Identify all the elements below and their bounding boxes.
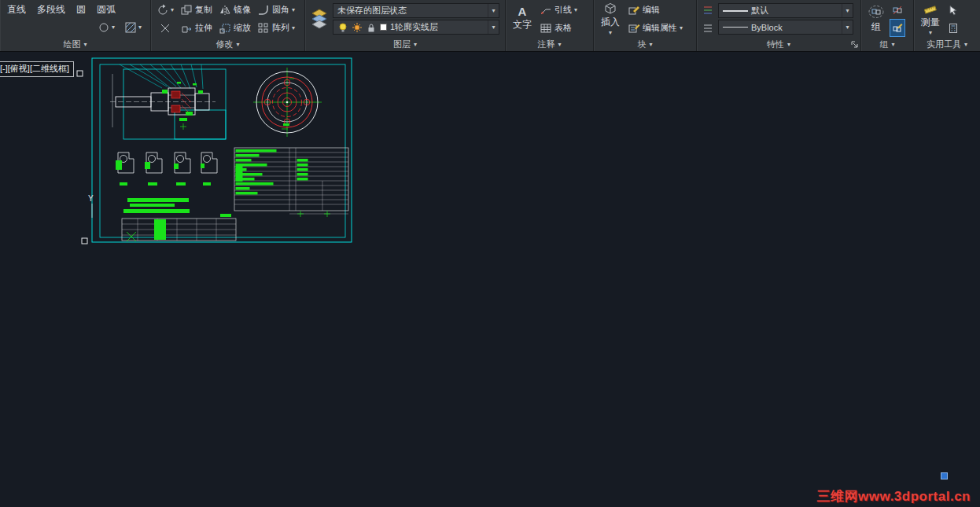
panel-expand-icon: ▾ (83, 42, 87, 48)
panel-expand-icon: ▾ (649, 42, 652, 48)
panel-utilities: 测量 ▾ 实用工具 ▾ (914, 0, 980, 51)
fillet-button[interactable]: 圆角 ▾ (256, 2, 297, 18)
model-space[interactable]: [-][俯视][二维线框] (0, 52, 980, 507)
panel-layers: 未保存的图层状态 ▾ 1轮廓实线层 ▾ 图层 ▾ (305, 0, 506, 51)
edit-block-label: 编辑 (643, 4, 660, 16)
dialog-launcher-icon[interactable] (851, 41, 858, 48)
insert-label: 插入 (601, 16, 620, 29)
table-button[interactable]: 表格 (538, 20, 579, 36)
fillet-icon (257, 4, 270, 17)
dropdown-arrow-icon: ▾ (574, 7, 577, 13)
mirror-icon (219, 4, 231, 17)
leader-lines[interactable] (120, 64, 203, 89)
properties-list-button[interactable] (701, 20, 715, 36)
panel-title-modify[interactable]: 修改 ▾ (151, 38, 304, 51)
array-button[interactable]: 阵列 ▾ (256, 20, 297, 36)
circle-button[interactable]: 圆 (75, 2, 87, 17)
edit-attribute-label: 编辑属性 (643, 22, 677, 34)
panel-title-annotate[interactable]: 注释 ▾ (506, 38, 593, 51)
dropdown-arrow-icon: ▾ (171, 7, 174, 13)
edit-attribute-icon (628, 22, 640, 35)
leader-button[interactable]: 引线 ▾ (538, 2, 579, 18)
panel-title-draw[interactable]: 绘图 ▾ (0, 38, 150, 51)
ucs-y-label: Y (88, 194, 94, 203)
text-icon: A (518, 6, 527, 17)
panel-title-block[interactable]: 块 ▾ (594, 38, 696, 51)
trim-button[interactable] (155, 20, 175, 36)
panel-title-utilities[interactable]: 实用工具 ▾ (914, 38, 980, 51)
layers-icon (311, 8, 328, 30)
group-edit-icon (892, 23, 903, 34)
polyline-button[interactable]: 多段线 (35, 2, 67, 17)
edit-attribute-button[interactable]: 编辑属性 ▾ (626, 20, 684, 36)
scale-button[interactable]: 缩放 (217, 20, 252, 36)
lineweight-value: 默认 (751, 5, 768, 17)
quick-select-cursor-icon (948, 5, 959, 16)
ungroup-button[interactable] (890, 2, 904, 18)
layer-dropdown[interactable]: 1轮廓实线层 ▾ (333, 20, 499, 35)
edit-block-button[interactable]: 编辑 (626, 2, 684, 18)
insert-block-button[interactable]: 插入 ▾ (598, 2, 623, 36)
flange-front-view[interactable] (253, 68, 322, 137)
dropdown-arrow-icon: ▾ (488, 4, 499, 17)
mirror-button[interactable]: 镜像 (217, 2, 252, 18)
panel-title-label: 块 (637, 39, 646, 50)
quick-select-button[interactable] (946, 2, 960, 18)
mid-green-bars[interactable] (123, 198, 190, 213)
dropdown-arrow-icon: ▾ (138, 24, 142, 31)
dropdown-arrow-icon: ▾ (609, 30, 612, 36)
ucs-y-axis: Y (88, 194, 94, 218)
array-icon (257, 22, 270, 35)
edit-block-icon (628, 4, 640, 17)
panel-title-label: 实用工具 (927, 39, 961, 50)
group-icon (868, 4, 884, 20)
panel-group: 组 组 ▾ (861, 0, 914, 51)
dropdown-arrow-icon: ▾ (292, 7, 295, 13)
group-edit-button[interactable] (890, 20, 904, 36)
blue-grip-dot[interactable] (941, 472, 948, 479)
quick-calc-button[interactable] (946, 20, 960, 36)
panel-properties: 默认 ▾ ByBlock ▾ 特性 ▾ (697, 0, 861, 51)
stretch-icon (180, 22, 193, 35)
match-properties-button[interactable] (701, 2, 715, 18)
panel-title-layers[interactable]: 图层 ▾ (305, 38, 505, 51)
table-label: 表格 (554, 22, 572, 34)
hatch-flyout-button[interactable]: ▾ (123, 20, 143, 36)
dropdown-arrow-icon: ▾ (680, 25, 683, 31)
mirror-label: 镜像 (234, 4, 251, 16)
parts-table[interactable] (234, 148, 348, 217)
dropdown-arrow-icon: ▾ (842, 20, 853, 34)
hatch-icon (124, 21, 137, 34)
leader-icon (540, 4, 552, 17)
lineweight-sample-icon (723, 10, 748, 12)
circle-flyout-button[interactable]: ▾ (96, 20, 116, 36)
stretch-button[interactable]: 拉伸 (179, 20, 214, 36)
group-button[interactable]: 组 (865, 4, 887, 34)
panel-expand-icon: ▾ (414, 42, 417, 48)
ungroup-icon (892, 5, 903, 16)
lineweight-dropdown[interactable]: 默认 ▾ (718, 3, 853, 18)
panel-expand-icon: ▾ (236, 42, 239, 48)
table-icon (540, 22, 552, 35)
layer-state-dropdown[interactable]: 未保存的图层状态 ▾ (333, 3, 499, 18)
cad-drawing: Y (0, 52, 980, 507)
measure-button[interactable]: 测量 ▾ (918, 2, 943, 36)
circle-icon (98, 21, 110, 34)
line-button[interactable]: 直线 (6, 2, 28, 17)
panel-title-properties[interactable]: 特性 ▾ (697, 38, 860, 51)
layer-lock-icon (366, 22, 377, 33)
copy-button[interactable]: 复制 (179, 2, 214, 18)
rotate-button[interactable]: ▾ (155, 2, 175, 18)
text-button[interactable]: A 文字 (510, 6, 535, 31)
linetype-value: ByBlock (751, 23, 783, 32)
text-label: 文字 (513, 18, 532, 31)
linetype-dropdown[interactable]: ByBlock ▾ (718, 20, 853, 35)
selection-grips[interactable] (77, 71, 87, 244)
panel-expand-icon: ▾ (891, 42, 894, 48)
layer-freeze-sun-icon (352, 22, 363, 33)
detail-parts-row[interactable] (116, 152, 217, 186)
arc-button[interactable]: 圆弧 (95, 2, 117, 17)
linetype-sample-icon (723, 27, 748, 28)
layer-properties-button[interactable] (309, 11, 330, 28)
panel-title-group[interactable]: 组 ▾ (861, 38, 913, 51)
